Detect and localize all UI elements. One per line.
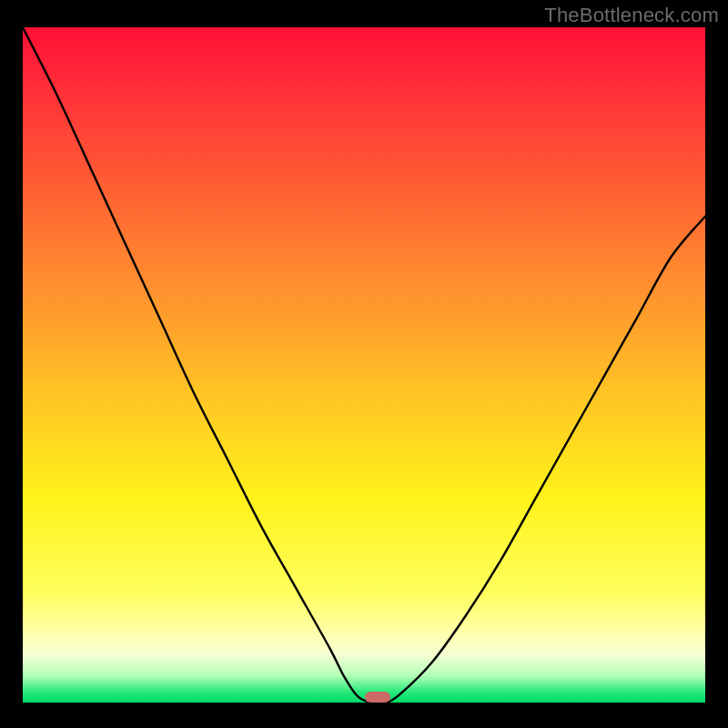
chart-frame: TheBottleneck.com xyxy=(0,0,728,728)
minimum-marker xyxy=(365,692,390,703)
watermark-text: TheBottleneck.com xyxy=(544,4,719,27)
plot-area xyxy=(23,27,705,703)
bottleneck-curve xyxy=(23,27,705,703)
